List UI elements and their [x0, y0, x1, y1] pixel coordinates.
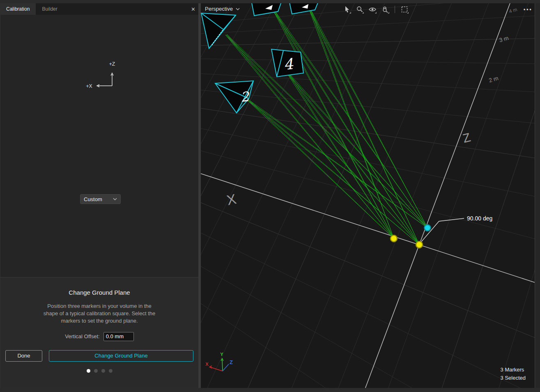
distance-label-4m: 4 m: [508, 7, 518, 14]
marker-count: 3 Markers: [501, 366, 526, 374]
marker-cyan[interactable]: [425, 225, 431, 231]
world-z-axis-line: [364, 3, 511, 388]
x-axis-letter: X: [225, 191, 238, 208]
gizmo-z-label: Z: [230, 359, 233, 365]
camera-2-number: 2: [240, 89, 250, 105]
calibration-preset-dropdown[interactable]: Custom: [80, 194, 121, 204]
viewport-overflow-menu[interactable]: •••: [524, 7, 533, 12]
marker-yellow-1[interactable]: [391, 235, 397, 242]
chevron-down-icon: [113, 198, 117, 200]
page-dot-1[interactable]: [87, 369, 90, 373]
page-dot-3[interactable]: [101, 369, 105, 373]
z-axis-letter: Z: [461, 130, 472, 145]
window-top-strip: [0, 0, 540, 3]
gizmo-x-label: X: [205, 362, 209, 367]
3d-viewport[interactable]: 2 m 3 m 4 m X Z: [201, 3, 535, 388]
ground-plane-section: Change Ground Plane Position three marke…: [0, 277, 198, 388]
page-dot-4[interactable]: [109, 369, 113, 373]
plus-x-label: +X: [86, 83, 92, 89]
plus-z-label: +Z: [109, 61, 115, 67]
page-dot-2[interactable]: [94, 369, 98, 373]
calibration-canvas-area: +Z +X Custom: [0, 15, 198, 277]
viewport-toolbar: [342, 5, 409, 14]
selection-status: 3 Markers 3 Selected: [501, 366, 526, 382]
wizard-page-dots: [0, 369, 198, 373]
view-mode-label: Perspective: [205, 6, 233, 12]
select-cursor-icon[interactable]: [342, 5, 352, 14]
window-right-strip: [535, 3, 540, 388]
tab-calibration[interactable]: Calibration: [0, 3, 36, 15]
distance-label-3m: 3 m: [498, 34, 509, 44]
application-window: Calibration Builder ✕ +Z +X Custom: [0, 0, 540, 392]
camera-top-left[interactable]: [201, 13, 236, 48]
orientation-gizmo: Y X Z: [204, 349, 239, 379]
chevron-down-icon: [236, 8, 240, 10]
marker-yellow-2[interactable]: [416, 241, 423, 248]
vertical-offset-label: Vertical Offset:: [65, 333, 99, 339]
marquee-select-icon[interactable]: [400, 5, 409, 14]
view-mode-dropdown[interactable]: Perspective: [205, 6, 240, 12]
visibility-eye-icon[interactable]: [368, 5, 377, 14]
camera-top-partial-b[interactable]: [289, 3, 319, 14]
vertical-offset-input[interactable]: [103, 332, 134, 341]
distance-label-2m: 2 m: [488, 75, 499, 84]
window-bottom-strip: [0, 388, 540, 392]
calibration-panel: Calibration Builder ✕ +Z +X Custom: [0, 3, 198, 388]
change-ground-plane-button[interactable]: Change Ground Plane: [49, 350, 193, 362]
panel-tabbar: Calibration Builder ✕: [0, 3, 198, 15]
tab-builder[interactable]: Builder: [36, 3, 63, 15]
section-title: Change Ground Plane: [0, 289, 198, 296]
done-button[interactable]: Done: [5, 350, 42, 362]
ground-plane-axis-indicator: +Z +X: [81, 57, 126, 96]
zoom-magnifier-icon[interactable]: [355, 5, 364, 14]
toolbar-divider: [395, 6, 395, 13]
section-instructions: Position three markers in your volume in…: [43, 303, 156, 325]
preset-value: Custom: [84, 196, 102, 202]
view-lock-icon[interactable]: [381, 5, 390, 14]
angle-label: 90.00 deg: [467, 215, 492, 222]
gizmo-y-label: Y: [220, 352, 223, 357]
close-icon[interactable]: ✕: [191, 3, 195, 15]
selected-count: 3 Selected: [501, 374, 526, 382]
world-x-axis-line: [201, 174, 535, 282]
